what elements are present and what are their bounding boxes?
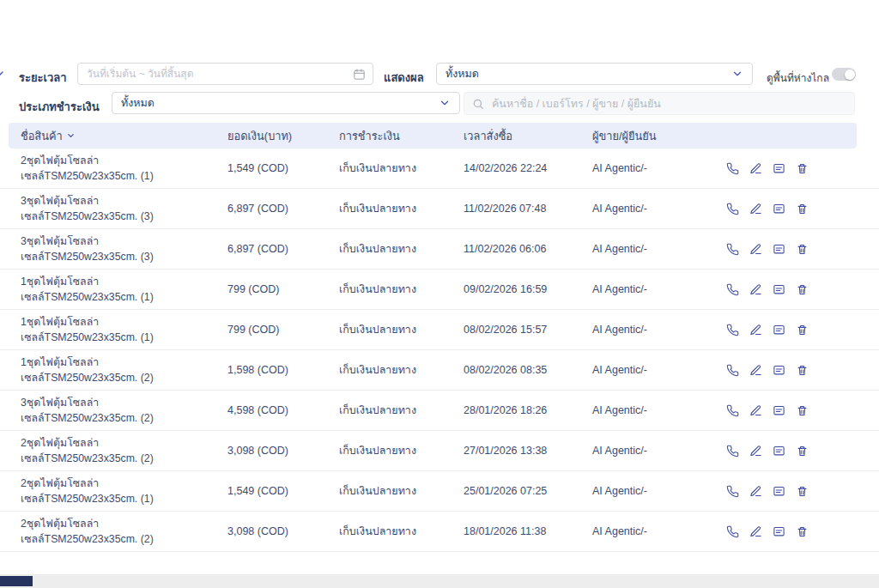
amount-cell: 1,598 (COD) (227, 364, 288, 376)
delete-icon[interactable] (795, 403, 809, 417)
order-time-cell: 11/02/2026 06:06 (464, 243, 546, 255)
amount-cell: 3,098 (COD) (227, 445, 288, 457)
product-name-cell: 2ชุดไฟตุ้มโซลล่า เซลล์TSM250w23x35cm. (2… (21, 516, 225, 548)
message-icon[interactable] (772, 202, 785, 215)
edit-icon[interactable] (749, 202, 762, 215)
table-row: 2ชุดไฟตุ้มโซลล่า เซลล์TSM250w23x35cm. (1… (0, 149, 879, 189)
sort-chevron-icon (66, 131, 76, 141)
product-name-line1: 2ชุดไฟตุ้มโซลล่า (21, 435, 225, 451)
edit-icon[interactable] (749, 444, 762, 458)
amount-cell: 1,549 (COD) (227, 485, 288, 497)
phone-icon[interactable] (725, 323, 739, 336)
edit-icon[interactable] (749, 242, 762, 256)
message-icon[interactable] (772, 403, 785, 417)
seller-cell: AI Agentic/- (592, 364, 647, 376)
delete-icon[interactable] (795, 202, 809, 215)
delete-icon[interactable] (795, 242, 809, 256)
message-icon[interactable] (772, 444, 785, 458)
delete-icon[interactable] (795, 323, 809, 336)
order-time-cell: 08/02/2026 08:35 (464, 364, 547, 376)
product-name-line1: 1ชุดไฟตุ้มโซลล่า (21, 355, 225, 370)
delete-icon[interactable] (795, 363, 809, 377)
order-time-cell: 18/01/2026 11:38 (464, 525, 546, 537)
product-name-line2: เซลล์TSM250w23x35cm. (3) (21, 209, 225, 224)
order-time-cell: 14/02/2026 22:24 (464, 162, 547, 174)
product-name-cell: 3ชุดไฟตุ้มโซลล่า เซลล์TSM250w23x35cm. (2… (21, 395, 225, 427)
row-actions (725, 161, 809, 175)
edit-icon[interactable] (749, 484, 762, 498)
message-icon[interactable] (772, 323, 785, 336)
order-time-cell: 08/02/2026 15:57 (464, 324, 547, 336)
column-header-amount: ยอดเงิน(บาท) (227, 127, 292, 145)
date-range-input[interactable] (77, 63, 373, 85)
product-name-line1: 3ชุดไฟตุ้มโซลล่า (21, 193, 225, 209)
order-time-cell: 11/02/2026 07:48 (464, 203, 546, 215)
seller-cell: AI Agentic/- (592, 162, 647, 174)
message-icon[interactable] (772, 161, 785, 175)
seller-cell: AI Agentic/- (592, 243, 647, 255)
display-select[interactable]: ทั้งหมด (436, 63, 753, 85)
phone-icon[interactable] (725, 161, 739, 175)
column-header-seller: ผู้ขาย/ผู้ยืนยัน (592, 127, 656, 145)
search-input[interactable] (464, 93, 854, 114)
toggle-knob (845, 70, 855, 80)
column-header-product[interactable]: ชื่อสินค้า (21, 127, 76, 145)
seller-cell: AI Agentic/- (592, 324, 647, 336)
message-icon[interactable] (772, 484, 785, 498)
order-list-page: ระยะเวลา แสดงผล ทั้งหมด ดูพื้นที่ห่างไกล… (0, 0, 879, 588)
phone-icon[interactable] (725, 202, 739, 215)
period-label: ระยะเวลา (19, 69, 67, 87)
phone-icon[interactable] (725, 524, 739, 538)
delete-icon[interactable] (795, 282, 809, 296)
edit-icon[interactable] (749, 363, 762, 377)
phone-icon[interactable] (725, 363, 739, 377)
amount-cell: 1,549 (COD) (227, 162, 288, 174)
calendar-icon[interactable] (353, 68, 366, 81)
chevron-down-icon (439, 97, 451, 109)
display-select-value: ทั้งหมด (446, 65, 479, 82)
row-actions (725, 363, 809, 377)
edit-icon[interactable] (749, 282, 762, 296)
table-row: 3ชุดไฟตุ้มโซลล่า เซลล์TSM250w23x35cm. (2… (0, 391, 879, 431)
row-actions (725, 282, 809, 296)
phone-icon[interactable] (725, 444, 739, 458)
phone-icon[interactable] (725, 282, 739, 296)
product-name-line1: 2ชุดไฟตุ้มโซลล่า (21, 516, 225, 531)
table-row: 3ชุดไฟตุ้มโซลล่า เซลล์TSM250w23x35cm. (3… (0, 189, 879, 229)
amount-cell: 6,897 (COD) (227, 243, 288, 255)
message-icon[interactable] (772, 363, 785, 377)
edit-icon[interactable] (749, 323, 762, 336)
date-range-field[interactable] (78, 64, 373, 84)
phone-icon[interactable] (725, 484, 739, 498)
remote-area-toggle[interactable] (832, 68, 856, 81)
product-name-line2: เซลล์TSM250w23x35cm. (2) (21, 410, 225, 426)
edit-icon[interactable] (749, 403, 762, 417)
table-row: 2ชุดไฟตุ้มโซลล่า เซลล์TSM250w23x35cm. (1… (0, 471, 879, 512)
delete-icon[interactable] (795, 444, 809, 458)
payment-type-select[interactable]: ทั้งหมด (112, 92, 460, 114)
message-icon[interactable] (772, 242, 785, 256)
product-name-cell: 2ชุดไฟตุ้มโซลล่า เซลล์TSM250w23x35cm. (2… (21, 435, 225, 467)
product-name-cell: 1ชุดไฟตุ้มโซลล่า เซลล์TSM250w23x35cm. (1… (21, 314, 225, 346)
phone-icon[interactable] (725, 403, 739, 417)
product-name-line2: เซลล์TSM250w23x35cm. (2) (21, 451, 225, 466)
search-box[interactable] (464, 92, 855, 115)
edit-icon[interactable] (749, 524, 762, 538)
phone-icon[interactable] (725, 242, 739, 256)
delete-icon[interactable] (795, 161, 809, 175)
delete-icon[interactable] (795, 484, 809, 498)
bottom-bar (0, 574, 879, 588)
product-name-line1: 2ชุดไฟตุ้มโซลล่า (21, 153, 225, 168)
delete-icon[interactable] (795, 524, 809, 538)
order-time-cell: 27/01/2026 13:38 (464, 445, 547, 457)
cutoff-chevron-down-icon (0, 67, 6, 81)
table-row: 2ชุดไฟตุ้มโซลล่า เซลล์TSM250w23x35cm. (2… (0, 512, 879, 552)
payment-method-cell: เก็บเงินปลายทาง (339, 361, 416, 379)
message-icon[interactable] (772, 282, 785, 296)
table-row: 1ชุดไฟตุ้มโซลล่า เซลล์TSM250w23x35cm. (1… (0, 270, 879, 310)
payment-method-cell: เก็บเงินปลายทาง (339, 281, 416, 298)
payment-method-cell: เก็บเงินปลายทาง (339, 523, 416, 540)
message-icon[interactable] (772, 524, 785, 538)
edit-icon[interactable] (749, 161, 762, 175)
table-row: 1ชุดไฟตุ้มโซลล่า เซลล์TSM250w23x35cm. (1… (0, 310, 879, 350)
